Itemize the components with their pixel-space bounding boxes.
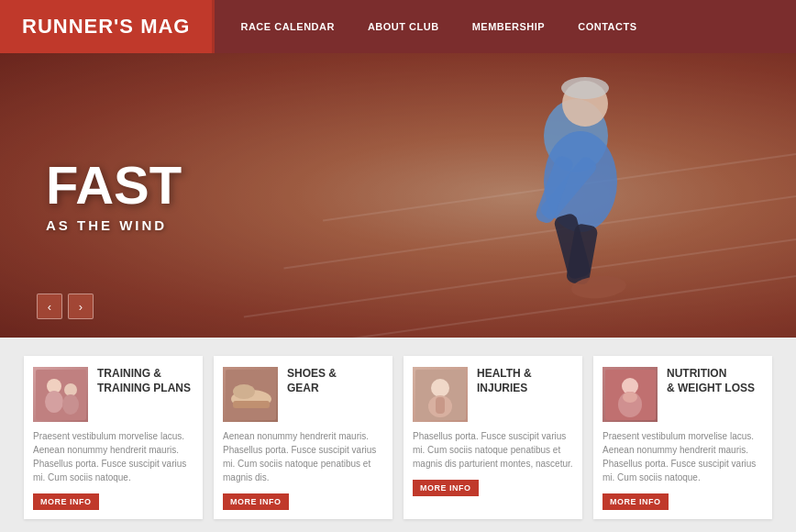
- main-nav: RACE CALENDAR ABOUT CLUB MEMBERSHIP CONT…: [215, 0, 796, 53]
- card-title-shoes: SHOES &GEAR: [287, 367, 337, 395]
- card-top-health: HEALTH &INJURIES: [404, 356, 582, 429]
- prev-arrow[interactable]: ‹: [37, 294, 62, 319]
- card-title-nutrition: NUTRITION& WEIGHT LOSS: [667, 367, 755, 395]
- card-footer-nutrition: MORE INFO: [593, 492, 772, 510]
- next-arrow[interactable]: ›: [68, 294, 94, 319]
- svg-rect-21: [436, 397, 445, 414]
- card-img-shoes: [223, 367, 278, 422]
- more-info-shoes[interactable]: MORE INFO: [223, 493, 289, 510]
- card-img-nutrition: [603, 367, 658, 422]
- svg-point-13: [62, 394, 79, 415]
- card-body-nutrition: Praesent vestibulum morvelise lacus. Aen…: [593, 429, 772, 492]
- hero-title: FAST: [46, 159, 796, 212]
- card-img-health: [413, 367, 468, 422]
- card-footer-training: MORE INFO: [24, 492, 203, 510]
- card-title-health: HEALTH &INJURIES: [477, 367, 532, 395]
- svg-point-12: [64, 383, 77, 396]
- svg-point-25: [623, 392, 637, 403]
- svg-point-19: [431, 379, 449, 397]
- svg-point-11: [45, 391, 63, 413]
- more-info-health[interactable]: MORE INFO: [413, 480, 479, 496]
- header: RUNNER'S MAG RACE CALENDAR ABOUT CLUB ME…: [0, 0, 796, 53]
- card-body-training: Praesent vestibulum morvelise lacus. Aen…: [24, 429, 203, 492]
- svg-point-16: [233, 384, 255, 399]
- card-footer-health: MORE INFO: [404, 478, 582, 496]
- hero-content: FAST AS THE WIND: [0, 53, 796, 338]
- svg-rect-17: [233, 401, 270, 408]
- card-img-training: [33, 367, 88, 422]
- card-top-training: TRAINING &TRAINING PLANS: [24, 356, 203, 429]
- more-info-nutrition[interactable]: MORE INFO: [603, 493, 669, 510]
- nav-membership[interactable]: MEMBERSHIP: [456, 0, 562, 53]
- hero-section: FAST AS THE WIND ‹ ›: [0, 53, 796, 338]
- card-nutrition: NUTRITION& WEIGHT LOSS Praesent vestibul…: [593, 356, 772, 519]
- card-shoes: SHOES &GEAR Aenean nonummy hendrerit mau…: [214, 356, 392, 519]
- logo: RUNNER'S MAG: [22, 15, 190, 39]
- cards-section: TRAINING &TRAINING PLANS Praesent vestib…: [0, 338, 796, 532]
- hero-subtitle: AS THE WIND: [46, 217, 796, 233]
- nav-race-calendar[interactable]: RACE CALENDAR: [224, 0, 350, 53]
- card-top-nutrition: NUTRITION& WEIGHT LOSS: [593, 356, 772, 429]
- more-info-training[interactable]: MORE INFO: [33, 493, 99, 510]
- card-health: HEALTH &INJURIES Phasellus porta. Fusce …: [404, 356, 582, 519]
- slider-controls: ‹ ›: [37, 294, 94, 319]
- card-footer-shoes: MORE INFO: [214, 492, 392, 510]
- card-body-shoes: Aenean nonummy hendrerit mauris. Phasell…: [214, 429, 392, 492]
- logo-area: RUNNER'S MAG: [0, 0, 215, 53]
- card-training: TRAINING &TRAINING PLANS Praesent vestib…: [24, 356, 203, 519]
- card-body-health: Phasellus porta. Fusce suscipit varius m…: [404, 429, 582, 478]
- nav-contacts[interactable]: CONTACTS: [561, 0, 653, 53]
- nav-about-club[interactable]: ABOUT CLUB: [351, 0, 456, 53]
- card-top-shoes: SHOES &GEAR: [214, 356, 392, 429]
- card-title-training: TRAINING &TRAINING PLANS: [97, 367, 191, 395]
